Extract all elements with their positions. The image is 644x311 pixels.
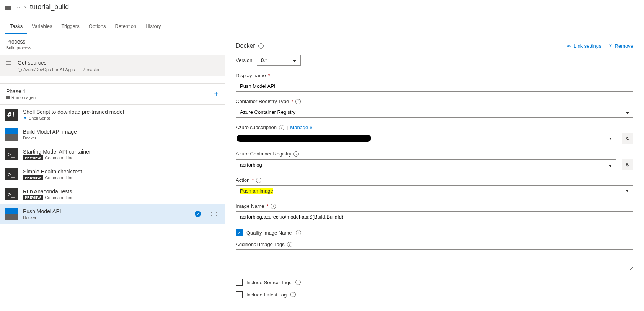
subscription-select[interactable]: ▼ xyxy=(236,134,616,143)
additional-tags-label: Additional Image Tags xyxy=(236,241,285,247)
registry-type-select[interactable]: Azure Container Registry xyxy=(236,107,633,118)
task-subtitle: PREVIEWCommand Line xyxy=(23,195,219,200)
task-subtitle: PREVIEWCommand Line xyxy=(23,175,219,180)
shell-icon: #! xyxy=(5,109,18,121)
docker-icon xyxy=(5,208,18,220)
image-name-input[interactable] xyxy=(236,211,633,222)
acr-select[interactable]: acrforblog xyxy=(236,159,616,170)
task-title: Build Model API image xyxy=(23,129,219,135)
info-icon[interactable]: i xyxy=(279,125,284,130)
required-indicator: * xyxy=(252,177,254,183)
link-icon: ⚯ xyxy=(567,43,571,49)
task-subtitle: ⚑Shell Script xyxy=(23,116,219,120)
refresh-icon: ↻ xyxy=(626,136,630,141)
additional-tags-input[interactable] xyxy=(236,249,633,271)
info-icon[interactable]: i xyxy=(293,151,299,157)
tab-tasks[interactable]: Tasks xyxy=(5,19,27,34)
link-settings-button[interactable]: ⚯ Link settings xyxy=(567,43,601,49)
task-row[interactable]: Push Model API Docker ✓ ⋮⋮ xyxy=(0,204,225,224)
refresh-button[interactable]: ↻ xyxy=(622,133,633,144)
action-label: Action xyxy=(236,177,249,183)
version-select[interactable]: 0.* xyxy=(257,55,301,66)
redacted-content xyxy=(237,135,371,142)
include-source-label: Include Source Tags xyxy=(246,280,292,285)
cmd-icon: >_ xyxy=(5,148,18,160)
registry-type-label: Container Registry Type xyxy=(236,99,289,104)
flag-icon: ⚑ xyxy=(23,116,26,120)
task-row[interactable]: >_ Starting Model API container PREVIEWC… xyxy=(0,144,225,164)
process-title: Process xyxy=(6,39,31,45)
process-header[interactable]: Process Build process ··· xyxy=(0,34,225,55)
cmd-icon: >_ xyxy=(5,188,18,200)
process-more-button[interactable]: ··· xyxy=(212,42,218,47)
docker-icon xyxy=(5,128,18,141)
task-row[interactable]: Build Model API image Docker xyxy=(0,125,225,144)
image-name-label: Image Name xyxy=(236,203,264,209)
remove-button[interactable]: ✕ Remove xyxy=(608,43,633,49)
branch-icon xyxy=(82,67,85,72)
tab-options[interactable]: Options xyxy=(84,19,111,34)
branch-name: master xyxy=(82,67,99,72)
tab-triggers[interactable]: Triggers xyxy=(57,19,84,34)
breadcrumb: ··· › tutorial_build xyxy=(0,0,644,14)
include-source-checkbox[interactable] xyxy=(236,279,243,286)
tab-variables[interactable]: Variables xyxy=(27,19,57,34)
drag-handle-icon[interactable]: ⋮⋮ xyxy=(209,211,219,217)
action-select[interactable]: Push an image ▼ xyxy=(236,185,633,196)
get-sources-row[interactable]: Get sources Azure/DevOps-For-AI-Apps mas… xyxy=(0,55,225,76)
close-icon: ✕ xyxy=(608,43,613,49)
task-row[interactable]: #! Shell Script to download pre-trained … xyxy=(0,105,225,125)
task-title: Starting Model API container xyxy=(23,149,219,155)
display-name-input[interactable] xyxy=(236,81,633,92)
version-label: Version xyxy=(236,57,252,63)
preview-badge: PREVIEW xyxy=(23,156,43,160)
required-indicator: * xyxy=(291,99,293,104)
info-icon[interactable]: i xyxy=(258,43,264,49)
info-icon[interactable]: i xyxy=(290,292,296,297)
required-indicator: * xyxy=(268,73,270,78)
breadcrumb-more[interactable]: ··· xyxy=(15,4,21,10)
info-icon[interactable]: i xyxy=(295,280,301,285)
tab-retention[interactable]: Retention xyxy=(110,19,141,34)
subscription-label: Azure subscription xyxy=(236,125,277,130)
task-title: Simple Health check test xyxy=(23,168,219,175)
refresh-button[interactable]: ↻ xyxy=(622,159,633,170)
required-indicator: * xyxy=(266,203,268,209)
info-icon[interactable]: i xyxy=(295,99,301,104)
info-icon[interactable]: i xyxy=(287,242,292,247)
cmd-icon: >_ xyxy=(5,168,18,180)
include-latest-checkbox[interactable] xyxy=(236,291,243,298)
phase-subtitle: Run on agent xyxy=(6,95,37,100)
left-panel: Process Build process ··· Get sources Az… xyxy=(0,34,225,311)
tab-history[interactable]: History xyxy=(141,19,165,34)
display-name-label: Display name xyxy=(236,73,266,78)
preview-badge: PREVIEW xyxy=(23,195,43,200)
info-icon[interactable]: i xyxy=(296,230,301,235)
acr-label: Azure Container Registry xyxy=(236,151,291,157)
agent-icon xyxy=(6,96,10,99)
include-latest-label: Include Latest Tag xyxy=(246,292,287,298)
phase-header[interactable]: Phase 1 Run on agent + xyxy=(0,83,225,105)
breadcrumb-title: tutorial_build xyxy=(30,3,69,11)
task-subtitle: PREVIEWCommand Line xyxy=(23,156,219,160)
repo-name: Azure/DevOps-For-AI-Apps xyxy=(18,67,75,72)
task-row[interactable]: >_ Run Anaconda Tests PREVIEWCommand Lin… xyxy=(0,184,225,204)
refresh-icon: ↻ xyxy=(626,162,630,168)
add-task-button[interactable]: + xyxy=(214,90,218,99)
process-subtitle: Build process xyxy=(6,45,31,50)
task-subtitle: Docker xyxy=(23,215,189,220)
task-subtitle: Docker xyxy=(23,136,219,140)
external-link-icon: ⧉ xyxy=(310,126,312,130)
chevron-down-icon: ▼ xyxy=(608,136,612,141)
chevron-right-icon: › xyxy=(24,4,26,10)
tab-bar: Tasks Variables Triggers Options Retenti… xyxy=(0,19,644,34)
check-icon: ✓ xyxy=(195,211,201,217)
task-row[interactable]: >_ Simple Health check test PREVIEWComma… xyxy=(0,164,225,184)
panel-title: Docker i xyxy=(236,42,264,49)
manage-link[interactable]: Manage ⧉ xyxy=(290,125,312,130)
info-icon[interactable]: i xyxy=(271,204,276,209)
qualify-checkbox[interactable]: ✓ xyxy=(236,229,243,236)
chevron-down-icon: ▼ xyxy=(625,189,629,193)
info-icon[interactable]: i xyxy=(256,178,261,183)
action-value: Push an image xyxy=(240,188,273,194)
